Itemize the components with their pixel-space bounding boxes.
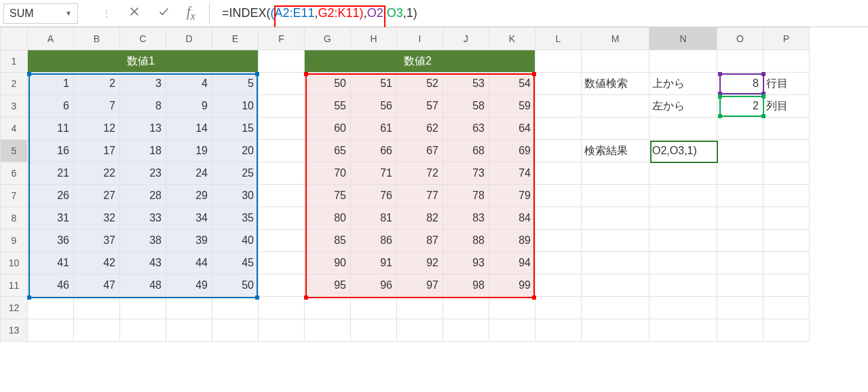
cell[interactable]: 66 [351, 140, 397, 162]
cell[interactable]: 69 [489, 140, 535, 162]
col-header[interactable]: H [351, 28, 397, 50]
cell[interactable] [717, 252, 763, 274]
cell[interactable] [582, 162, 649, 185]
cell[interactable]: 10 [212, 95, 259, 118]
cancel-icon[interactable] [128, 5, 140, 21]
cell[interactable]: O2,O3,1) [649, 140, 717, 162]
col-header[interactable]: N [649, 28, 717, 50]
cell[interactable] [535, 319, 582, 342]
cell[interactable]: 99 [489, 274, 535, 297]
row-header[interactable]: 13 [1, 319, 28, 342]
cell[interactable] [763, 50, 810, 73]
cell[interactable]: 67 [397, 140, 443, 162]
cell[interactable]: 30 [212, 185, 259, 207]
cell[interactable] [259, 252, 305, 274]
cell[interactable]: 7 [74, 95, 120, 118]
cell[interactable]: 35 [212, 207, 259, 230]
col-header[interactable]: E [212, 28, 259, 50]
cell[interactable]: 78 [443, 185, 489, 207]
cell[interactable]: 94 [489, 252, 535, 274]
cell[interactable]: 29 [166, 185, 212, 207]
row-header[interactable]: 3 [1, 95, 28, 118]
cell[interactable]: 16 [28, 140, 74, 162]
cell[interactable] [649, 230, 717, 252]
col-header[interactable]: O [717, 28, 763, 50]
cell[interactable] [763, 185, 810, 207]
cell[interactable]: 4 [166, 73, 212, 95]
cell[interactable]: 95 [305, 274, 351, 297]
cell[interactable]: 20 [212, 140, 259, 162]
cell[interactable]: 8 [120, 95, 166, 118]
cell[interactable] [582, 297, 649, 319]
col-header[interactable]: I [397, 28, 443, 50]
cell[interactable] [259, 319, 305, 342]
cell[interactable] [259, 50, 305, 73]
cell[interactable] [351, 297, 397, 319]
cell[interactable]: 43 [120, 252, 166, 274]
cell[interactable] [259, 162, 305, 185]
cell[interactable]: 左から [649, 95, 717, 118]
cell[interactable]: 検索結果 [582, 140, 649, 162]
col-header[interactable]: M [582, 28, 649, 50]
cell[interactable]: 12 [74, 118, 120, 140]
cell[interactable] [649, 118, 717, 140]
cell[interactable] [649, 252, 717, 274]
cell[interactable]: 24 [166, 162, 212, 185]
cell[interactable] [28, 319, 74, 342]
cell[interactable] [717, 207, 763, 230]
cell[interactable]: 54 [489, 73, 535, 95]
cell[interactable] [443, 297, 489, 319]
cell[interactable] [535, 252, 582, 274]
cell[interactable]: 90 [305, 252, 351, 274]
cell[interactable]: 48 [120, 274, 166, 297]
cell[interactable]: 58 [443, 95, 489, 118]
cell[interactable] [763, 118, 810, 140]
cell[interactable] [717, 297, 763, 319]
cell[interactable]: 96 [351, 274, 397, 297]
cell[interactable]: 97 [397, 274, 443, 297]
cell[interactable] [443, 319, 489, 342]
cell[interactable] [649, 297, 717, 319]
cell[interactable]: 72 [397, 162, 443, 185]
cell[interactable]: 40 [212, 230, 259, 252]
name-box[interactable]: SUM ▼ [3, 3, 78, 24]
cell[interactable]: 70 [305, 162, 351, 185]
cell[interactable] [649, 207, 717, 230]
cell[interactable]: 89 [489, 230, 535, 252]
cell[interactable]: 上から [649, 73, 717, 95]
cell[interactable]: 64 [489, 118, 535, 140]
cell[interactable]: 41 [28, 252, 74, 274]
cell[interactable] [28, 297, 74, 319]
cell[interactable]: 84 [489, 207, 535, 230]
cell[interactable]: 11 [28, 118, 74, 140]
cell[interactable] [535, 230, 582, 252]
cell[interactable]: 60 [305, 118, 351, 140]
cell[interactable]: 81 [351, 207, 397, 230]
cell[interactable] [649, 274, 717, 297]
more-icon[interactable]: ⋮ [102, 8, 111, 19]
row-header[interactable]: 4 [1, 118, 28, 140]
cell[interactable]: 92 [397, 252, 443, 274]
cell[interactable]: 55 [305, 95, 351, 118]
cell[interactable]: 77 [397, 185, 443, 207]
cell[interactable]: 34 [166, 207, 212, 230]
cell[interactable]: 32 [74, 207, 120, 230]
cell[interactable] [535, 185, 582, 207]
cell[interactable] [763, 319, 810, 342]
cell[interactable]: 39 [166, 230, 212, 252]
cell[interactable]: 13 [120, 118, 166, 140]
cell[interactable]: 8 [717, 73, 763, 95]
col-header[interactable]: G [305, 28, 351, 50]
row-header[interactable]: 1 [1, 50, 28, 73]
cell[interactable]: 数値検索 [582, 73, 649, 95]
cell[interactable] [397, 319, 443, 342]
cell[interactable]: 53 [443, 73, 489, 95]
cell[interactable]: 76 [351, 185, 397, 207]
cell[interactable] [582, 95, 649, 118]
cell[interactable]: 33 [120, 207, 166, 230]
cell[interactable] [582, 252, 649, 274]
col-header[interactable]: L [535, 28, 582, 50]
cell[interactable]: 22 [74, 162, 120, 185]
cell[interactable]: 1 [28, 73, 74, 95]
cell[interactable] [717, 118, 763, 140]
